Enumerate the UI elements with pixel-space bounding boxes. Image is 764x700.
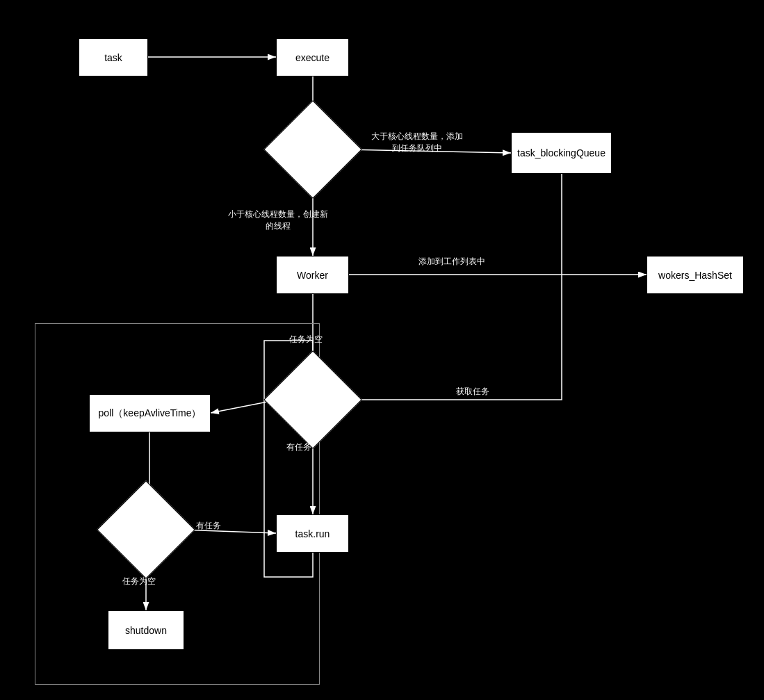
task-run-label: task.run xyxy=(295,528,330,539)
shutdown-label: shutdown xyxy=(125,625,167,636)
task-label: task xyxy=(104,52,122,63)
label-add-workers: 添加到工作列表中 xyxy=(396,256,507,268)
label-has-task1: 有任务 xyxy=(278,441,320,453)
worker-node: Worker xyxy=(276,256,349,294)
execute-label: execute xyxy=(295,52,330,63)
worker-label: Worker xyxy=(297,270,328,281)
workers-hashset-node: wokers_HashSet xyxy=(647,256,744,294)
label-task-empty1: 任务为空 xyxy=(278,334,334,345)
workers-hashset-label: wokers_HashSet xyxy=(658,270,732,281)
poll-label: poll（keepAvliveTime） xyxy=(99,407,202,420)
label-create-thread: 小于核心线程数量，创建新的线程 xyxy=(222,209,334,232)
label-get-task: 获取任务 xyxy=(445,386,501,398)
task-run-node: task.run xyxy=(276,514,349,553)
task-blocking-queue-label: task_blockingQueue xyxy=(517,147,605,158)
task-blocking-queue-node: task_blockingQueue xyxy=(511,132,612,174)
label-to-blocking-queue: 大于核心线程数量，添加到任务队列中 xyxy=(361,131,473,154)
diamond1-node xyxy=(263,100,361,198)
execute-node: execute xyxy=(276,38,349,76)
label-has-task2: 有任务 xyxy=(188,520,229,532)
shutdown-node: shutdown xyxy=(108,610,184,650)
label-task-empty2: 任务为空 xyxy=(111,576,167,587)
task-node: task xyxy=(79,38,148,76)
poll-node: poll（keepAvliveTime） xyxy=(89,394,211,432)
